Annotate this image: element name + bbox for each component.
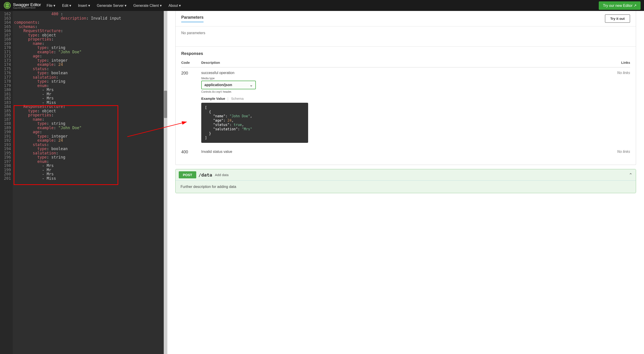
swagger-logo-icon: [4, 2, 11, 9]
schema-tab[interactable]: Schema: [231, 97, 244, 100]
menu-item[interactable]: File ▾: [46, 4, 55, 8]
line-number: 199: [0, 168, 11, 172]
code-line[interactable]: type: integer: [14, 134, 121, 138]
line-number: 178: [0, 79, 11, 84]
example-schema-tabs: Example Value | Schema: [201, 97, 608, 100]
try-it-out-button[interactable]: Try it out: [605, 14, 630, 23]
editor-scrollbar-track[interactable]: [164, 11, 167, 354]
code-line[interactable]: - Mrs: [14, 172, 121, 176]
operation-method-badge: POST: [179, 171, 196, 178]
code-line[interactable]: age:: [14, 130, 121, 134]
line-number: 189: [0, 126, 11, 130]
line-number: 194: [0, 147, 11, 151]
code-line[interactable]: type: boolean: [14, 147, 121, 151]
app-header: Swagger Editor Supported by SMARTBEAR Fi…: [0, 0, 644, 11]
line-number: 171: [0, 50, 11, 54]
code-line[interactable]: salutation:: [14, 75, 121, 80]
code-line[interactable]: - Mrs: [14, 88, 121, 92]
code-line[interactable]: enum:: [14, 84, 121, 88]
response-400-description: Invalid status value: [201, 150, 608, 154]
line-number: 191: [0, 134, 11, 138]
code-line[interactable]: - Miss: [14, 176, 121, 181]
line-number: 168: [0, 37, 11, 42]
menu-item[interactable]: Insert ▾: [78, 4, 90, 8]
code-line[interactable]: type: string: [14, 46, 121, 50]
line-number: 170: [0, 46, 11, 50]
parameters-tab[interactable]: Parameters: [181, 15, 204, 20]
line-number: 197: [0, 159, 11, 164]
code-line[interactable]: schemas:: [14, 25, 121, 29]
line-number: 198: [0, 163, 11, 168]
code-line[interactable]: properties:: [14, 113, 121, 117]
code-line[interactable]: age:: [14, 54, 121, 58]
line-number: 181: [0, 92, 11, 96]
code-line[interactable]: name:: [14, 42, 121, 46]
response-400-links: No links: [608, 150, 630, 155]
menu-item[interactable]: About ▾: [168, 4, 181, 8]
line-number: 184: [0, 105, 11, 109]
media-type-select[interactable]: application/json ⌄: [201, 81, 256, 89]
code-line[interactable]: type: string: [14, 155, 121, 159]
code-line[interactable]: - Mr: [14, 92, 121, 96]
menu-item[interactable]: Generate Client ▾: [133, 4, 162, 8]
try-new-editor-button[interactable]: Try our new Editor ↗: [599, 1, 640, 10]
code-line[interactable]: properties:: [14, 37, 121, 42]
operation-summary[interactable]: POST /data Add data ⌃: [176, 169, 636, 181]
editor-scrollbar-thumb[interactable]: [164, 91, 167, 118]
operation-summary-text: Add data: [215, 173, 228, 177]
code-line[interactable]: description: Invalid input: [14, 16, 121, 21]
line-number: 193: [0, 143, 11, 147]
code-line[interactable]: 400 :: [14, 12, 121, 16]
response-code: 200: [181, 71, 201, 143]
line-number: 201: [0, 176, 11, 181]
main-menu: File ▾Edit ▾Insert ▾Generate Server ▾Gen…: [46, 4, 181, 8]
code-line[interactable]: type: object: [14, 33, 121, 37]
code-line[interactable]: - Mrs: [14, 96, 121, 100]
code-line[interactable]: status:: [14, 143, 121, 147]
line-number: 192: [0, 138, 11, 143]
code-line[interactable]: components:: [14, 20, 121, 25]
code-line[interactable]: name:: [14, 117, 121, 122]
code-line[interactable]: type: object: [14, 109, 121, 113]
media-type-label: Media type: [201, 77, 608, 80]
yaml-editor[interactable]: 1621631641651661671681691701711721731741…: [0, 11, 164, 354]
code-area[interactable]: 400 : description: Invalid inputcomponen…: [13, 11, 121, 354]
code-line[interactable]: - Miss: [14, 100, 121, 105]
line-number: 169: [0, 42, 11, 46]
code-line[interactable]: enum:: [14, 159, 121, 164]
logo[interactable]: Swagger Editor Supported by SMARTBEAR: [4, 2, 41, 9]
menu-item[interactable]: Edit ▾: [62, 4, 71, 8]
line-number: 179: [0, 84, 11, 88]
code-line[interactable]: - Mrs: [14, 163, 121, 168]
code-line[interactable]: status:: [14, 67, 121, 71]
code-line[interactable]: example: 24: [14, 62, 121, 67]
response-200-links: No links: [608, 71, 630, 143]
example-value-tab[interactable]: Example Value: [201, 97, 225, 100]
operation-block: Parameters Try it out No parameters Resp…: [175, 11, 636, 165]
line-number: 196: [0, 155, 11, 159]
example-json-block[interactable]: [ { "name": "John Doe", "age": 24, "stat…: [201, 103, 308, 143]
code-line[interactable]: type: string: [14, 121, 121, 126]
code-line[interactable]: - Mr: [14, 168, 121, 172]
line-number: 173: [0, 58, 11, 63]
responses-table-header: Code Description Links: [181, 61, 630, 67]
svg-point-2: [6, 5, 6, 6]
media-type-value: application/json: [204, 83, 232, 87]
code-line[interactable]: type: string: [14, 79, 121, 84]
code-line[interactable]: type: boolean: [14, 71, 121, 75]
svg-point-3: [7, 5, 8, 6]
line-gutter: 1621631641651661671681691701711721731741…: [0, 11, 13, 354]
code-line[interactable]: example: "John Doe": [14, 50, 121, 54]
line-number: 183: [0, 100, 11, 105]
col-header-code: Code: [181, 61, 201, 65]
code-line[interactable]: example: 24: [14, 138, 121, 143]
code-line[interactable]: RequestStructure:: [14, 29, 121, 33]
code-line[interactable]: ResponseStructure:: [14, 105, 121, 109]
menu-item[interactable]: Generate Server ▾: [97, 4, 127, 8]
code-line[interactable]: type: integer: [14, 58, 121, 63]
response-row-200: 200 successful operation Media type appl…: [181, 67, 630, 146]
brand-subtitle: Supported by SMARTBEAR: [13, 7, 41, 9]
code-line[interactable]: salutation:: [14, 151, 121, 155]
chevron-up-icon: ⌃: [629, 172, 633, 178]
code-line[interactable]: example: "John Doe": [14, 126, 121, 130]
